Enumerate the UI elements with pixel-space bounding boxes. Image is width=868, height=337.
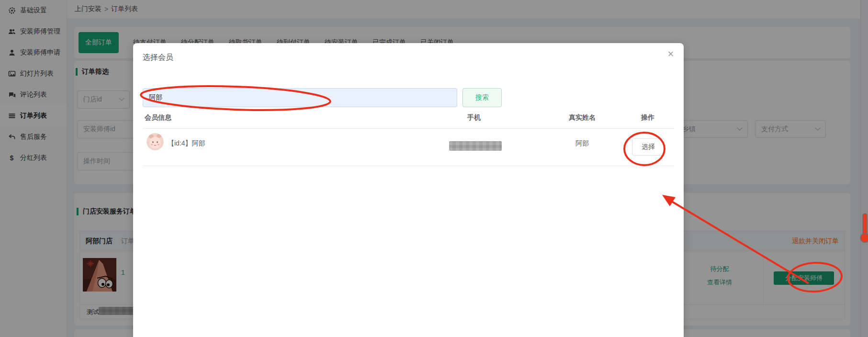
- table-divider: [143, 128, 674, 129]
- column-header-phone: 手机: [455, 113, 493, 122]
- member-real-name: 阿部: [558, 139, 606, 148]
- modal-title: 选择会员: [143, 53, 173, 63]
- close-icon[interactable]: ×: [664, 47, 678, 61]
- select-member-button[interactable]: 选择: [632, 138, 665, 156]
- app-screen: 基础设置 安装师傅管理 安装师傅申请 幻灯片列表 评论列表: [0, 0, 868, 337]
- column-header-member: 会员信息: [145, 113, 171, 122]
- column-header-real-name: 真实姓名: [558, 113, 606, 122]
- member-avatar: [147, 133, 164, 150]
- member-search-input[interactable]: [143, 88, 457, 107]
- search-button[interactable]: 搜索: [462, 88, 502, 107]
- redacted-phone: [449, 141, 502, 151]
- table-divider: [143, 166, 674, 166]
- column-header-action: 操作: [629, 113, 667, 122]
- member-id-name: 【id:4】阿部: [168, 139, 205, 148]
- select-member-modal: 选择会员 × 搜索 会员信息 手机 真实姓名 操作 【id:4】阿部 阿部: [133, 43, 684, 337]
